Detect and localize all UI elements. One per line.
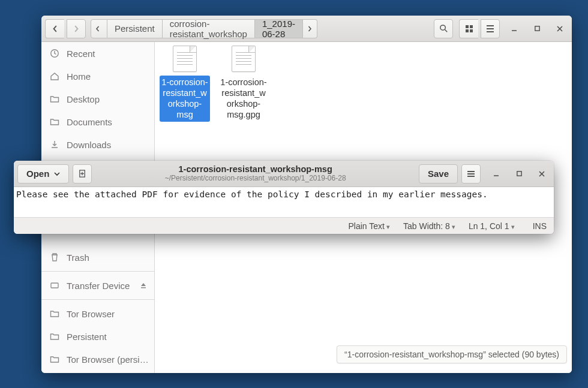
back-button[interactable]	[45, 19, 64, 38]
clock-icon	[50, 49, 59, 58]
sidebar-item-transfer-device[interactable]: Transfer Device	[41, 274, 154, 297]
breadcrumb: Persistent corrosion-resistant_workshop …	[91, 19, 317, 38]
title-area: 1-corrosion-resistant_workshop-msg ~/Per…	[95, 164, 415, 182]
window-controls	[506, 20, 568, 37]
search-button[interactable]	[434, 19, 453, 38]
svg-rect-7	[51, 283, 58, 288]
search-icon	[439, 24, 448, 33]
window-subtitle: ~/Persistent/corrosion-resistant_worksho…	[95, 175, 415, 183]
breadcrumb-overflow[interactable]	[303, 19, 317, 38]
text-file-icon	[232, 46, 256, 72]
maximize-button[interactable]	[529, 20, 545, 37]
sidebar-item-trash[interactable]: Trash	[41, 246, 154, 269]
status-text: “1-corrosion-resistant_workshop-msg” sel…	[344, 350, 559, 359]
svg-rect-1	[466, 25, 469, 28]
sidebar-item-label: Trash	[67, 252, 154, 263]
home-icon	[50, 71, 59, 81]
svg-rect-5	[535, 26, 539, 31]
sidebar-item-recent[interactable]: Recent	[41, 42, 154, 65]
eject-icon	[140, 282, 147, 289]
file-label: 1-corrosion-resistant_workshop-msg	[160, 76, 210, 122]
maximize-icon	[534, 25, 541, 32]
eject-button[interactable]	[140, 282, 147, 289]
minimize-icon	[493, 170, 500, 178]
breadcrumb-seg-2[interactable]: 1_2019-06-28	[255, 19, 303, 38]
syntax-selector[interactable]: Plain Text	[348, 221, 390, 231]
save-button[interactable]: Save	[419, 164, 458, 184]
folder-icon	[50, 309, 59, 318]
sidebar-item-documents[interactable]: Documents	[41, 110, 154, 133]
text-editor-window: Open 1-corrosion-resistant_workshop-msg …	[14, 161, 554, 234]
list-icon	[486, 25, 494, 33]
svg-rect-9	[517, 172, 521, 176]
breadcrumb-seg-1[interactable]: corrosion-resistant_workshop	[163, 19, 255, 38]
folder-icon	[50, 94, 59, 104]
breadcrumb-up[interactable]	[91, 19, 107, 38]
file-label: 1-corrosion-resistant_workshop-msg.gpg	[218, 76, 269, 122]
grid-icon	[465, 25, 473, 33]
text-editor-content[interactable]: Please see the attached PDF for evidence…	[14, 187, 554, 217]
statusbar: “1-corrosion-resistant_workshop-msg” sel…	[337, 345, 567, 363]
sidebar-item-label: Persistent	[67, 332, 154, 342]
separator	[41, 271, 154, 272]
download-icon	[50, 140, 59, 149]
svg-rect-3	[466, 29, 469, 32]
chevron-down-icon	[54, 171, 60, 177]
close-icon	[538, 170, 545, 178]
sidebar-item-label: Desktop	[67, 94, 154, 104]
folder-icon	[50, 332, 59, 341]
sidebar-item-label: Recent	[67, 49, 154, 59]
maximize-icon	[516, 170, 523, 177]
insert-mode[interactable]: INS	[533, 221, 547, 231]
view-list-button[interactable]	[481, 19, 500, 38]
new-document-icon	[78, 169, 87, 178]
sidebar-item-tor-browser-persistent[interactable]: Tor Browser (persi…	[41, 348, 154, 371]
sidebar-item-label: Tor Browser	[67, 309, 154, 319]
disk-icon	[50, 281, 59, 290]
svg-point-0	[440, 25, 445, 30]
save-label: Save	[428, 169, 449, 179]
chevron-left-icon	[52, 25, 59, 32]
file-manager-headerbar: Persistent corrosion-resistant_workshop …	[41, 16, 572, 42]
minimize-icon	[511, 25, 518, 32]
file-item[interactable]: 1-corrosion-resistant_workshop-msg.gpg	[218, 46, 269, 122]
minimize-button[interactable]	[506, 20, 523, 37]
view-grid-button[interactable]	[459, 19, 478, 38]
tab-width-selector[interactable]: Tab Width: 8	[403, 221, 455, 231]
forward-button[interactable]	[67, 19, 86, 38]
sidebar-item-tor-browser[interactable]: Tor Browser	[41, 302, 154, 325]
chevron-right-icon	[73, 25, 80, 32]
close-button[interactable]	[533, 166, 550, 182]
close-button[interactable]	[551, 20, 568, 37]
sidebar-item-label: Transfer Device	[67, 281, 133, 291]
text-editor-statusbar: Plain Text Tab Width: 8 Ln 1, Col 1 INS	[14, 217, 554, 234]
sidebar-item-label: Home	[67, 71, 154, 82]
sidebar-item-home[interactable]: Home	[41, 65, 154, 88]
hamburger-menu-button[interactable]	[461, 164, 481, 184]
window-title: 1-corrosion-resistant_workshop-msg	[95, 164, 415, 175]
breadcrumb-seg-0[interactable]: Persistent	[107, 19, 163, 38]
maximize-button[interactable]	[511, 166, 527, 182]
hamburger-icon	[467, 170, 475, 178]
sidebar-item-persistent[interactable]: Persistent	[41, 325, 154, 348]
sidebar-item-desktop[interactable]: Desktop	[41, 88, 154, 110]
close-icon	[556, 25, 563, 32]
minimize-button[interactable]	[488, 166, 505, 182]
file-item[interactable]: 1-corrosion-resistant_workshop-msg	[160, 46, 210, 122]
open-button[interactable]: Open	[17, 164, 69, 184]
chevron-left-icon	[95, 26, 101, 32]
text-editor-headerbar: Open 1-corrosion-resistant_workshop-msg …	[14, 161, 554, 187]
separator	[41, 299, 154, 300]
sidebar-item-label: Documents	[67, 117, 154, 127]
folder-icon	[50, 354, 59, 364]
open-label: Open	[26, 169, 49, 179]
sidebar-item-downloads[interactable]: Downloads	[41, 133, 154, 156]
icon-grid: 1-corrosion-resistant_workshop-msg 1-cor…	[155, 42, 572, 125]
cursor-position[interactable]: Ln 1, Col 1	[469, 221, 515, 231]
sidebar-item-label: Tor Browser (persi…	[67, 354, 154, 365]
folder-icon	[50, 117, 59, 127]
chevron-right-icon	[307, 26, 313, 32]
new-document-button[interactable]	[73, 164, 92, 184]
sidebar-item-label: Downloads	[67, 140, 154, 150]
window-controls	[488, 166, 550, 182]
